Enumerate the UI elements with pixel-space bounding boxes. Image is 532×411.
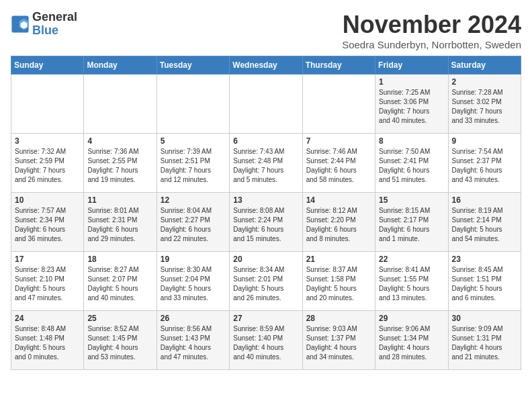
day-number: 12 (161, 195, 226, 205)
calendar-table: SundayMondayTuesdayWednesdayThursdayFrid… (11, 56, 521, 370)
day-info: Sunrise: 7:50 AM Sunset: 2:41 PM Dayligh… (379, 147, 444, 185)
day-number: 22 (379, 255, 444, 264)
month-title: November 2024 (342, 11, 521, 39)
calendar-cell: 12Sunrise: 8:04 AM Sunset: 2:27 PM Dayli… (157, 193, 229, 252)
day-info: Sunrise: 8:37 AM Sunset: 1:58 PM Dayligh… (306, 265, 371, 303)
day-number: 16 (452, 195, 517, 205)
day-info: Sunrise: 8:34 AM Sunset: 2:01 PM Dayligh… (233, 265, 298, 303)
calendar-cell: 19Sunrise: 8:30 AM Sunset: 2:04 PM Dayli… (157, 252, 229, 311)
calendar-cell: 5Sunrise: 7:39 AM Sunset: 2:51 PM Daylig… (157, 134, 229, 193)
calendar-cell: 28Sunrise: 9:03 AM Sunset: 1:37 PM Dayli… (302, 311, 375, 370)
calendar-cell: 7Sunrise: 7:46 AM Sunset: 2:44 PM Daylig… (302, 134, 375, 193)
calendar-cell: 14Sunrise: 8:12 AM Sunset: 2:20 PM Dayli… (302, 193, 375, 252)
day-info: Sunrise: 9:09 AM Sunset: 1:31 PM Dayligh… (452, 324, 517, 362)
day-info: Sunrise: 8:41 AM Sunset: 1:55 PM Dayligh… (379, 265, 444, 303)
day-info: Sunrise: 8:48 AM Sunset: 1:48 PM Dayligh… (15, 324, 80, 362)
day-number: 24 (15, 314, 80, 323)
calendar-cell (230, 75, 302, 134)
day-info: Sunrise: 8:23 AM Sunset: 2:10 PM Dayligh… (15, 265, 80, 303)
day-info: Sunrise: 8:12 AM Sunset: 2:20 PM Dayligh… (306, 206, 371, 244)
day-info: Sunrise: 8:30 AM Sunset: 2:04 PM Dayligh… (161, 265, 226, 303)
day-info: Sunrise: 8:01 AM Sunset: 2:31 PM Dayligh… (87, 206, 152, 244)
day-number: 19 (161, 255, 226, 264)
day-info: Sunrise: 8:19 AM Sunset: 2:14 PM Dayligh… (452, 206, 517, 244)
logo: General Blue (11, 11, 77, 38)
calendar-cell: 9Sunrise: 7:54 AM Sunset: 2:37 PM Daylig… (448, 134, 521, 193)
calendar-cell (84, 75, 157, 134)
day-number: 6 (233, 136, 298, 146)
logo-icon (11, 15, 30, 34)
calendar-cell: 6Sunrise: 7:43 AM Sunset: 2:48 PM Daylig… (230, 134, 302, 193)
day-number: 11 (87, 195, 152, 205)
title-block: November 2024 Soedra Sunderbyn, Norrbott… (342, 11, 521, 50)
weekday-header: Saturday (448, 56, 521, 75)
day-number: 18 (87, 255, 152, 264)
calendar-week-row: 10Sunrise: 7:57 AM Sunset: 2:34 PM Dayli… (11, 193, 521, 252)
logo-line1: General (32, 11, 77, 24)
calendar-cell: 17Sunrise: 8:23 AM Sunset: 2:10 PM Dayli… (11, 252, 84, 311)
day-info: Sunrise: 7:46 AM Sunset: 2:44 PM Dayligh… (306, 147, 371, 185)
weekday-header: Tuesday (157, 56, 229, 75)
logo-line2: Blue (32, 24, 77, 38)
day-number: 15 (379, 195, 444, 205)
day-number: 21 (306, 255, 371, 264)
day-info: Sunrise: 8:27 AM Sunset: 2:07 PM Dayligh… (87, 265, 152, 303)
day-info: Sunrise: 9:06 AM Sunset: 1:34 PM Dayligh… (379, 324, 444, 362)
calendar-cell: 1Sunrise: 7:25 AM Sunset: 3:06 PM Daylig… (375, 75, 448, 134)
calendar-cell: 18Sunrise: 8:27 AM Sunset: 2:07 PM Dayli… (84, 252, 157, 311)
day-number: 26 (161, 314, 226, 323)
calendar-cell: 27Sunrise: 8:59 AM Sunset: 1:40 PM Dayli… (230, 311, 302, 370)
day-number: 27 (233, 314, 298, 323)
calendar-cell: 20Sunrise: 8:34 AM Sunset: 2:01 PM Dayli… (230, 252, 302, 311)
calendar-cell: 21Sunrise: 8:37 AM Sunset: 1:58 PM Dayli… (302, 252, 375, 311)
day-number: 30 (452, 314, 517, 323)
day-info: Sunrise: 7:43 AM Sunset: 2:48 PM Dayligh… (233, 147, 298, 185)
day-info: Sunrise: 9:03 AM Sunset: 1:37 PM Dayligh… (306, 324, 371, 362)
weekday-header: Wednesday (230, 56, 302, 75)
day-number: 5 (161, 136, 226, 146)
day-info: Sunrise: 8:08 AM Sunset: 2:24 PM Dayligh… (233, 206, 298, 244)
weekday-header: Monday (84, 56, 157, 75)
calendar-cell: 10Sunrise: 7:57 AM Sunset: 2:34 PM Dayli… (11, 193, 84, 252)
day-info: Sunrise: 8:45 AM Sunset: 1:51 PM Dayligh… (452, 265, 517, 303)
calendar-cell (302, 75, 375, 134)
calendar-body: 1Sunrise: 7:25 AM Sunset: 3:06 PM Daylig… (11, 75, 521, 370)
calendar-cell: 15Sunrise: 8:15 AM Sunset: 2:17 PM Dayli… (375, 193, 448, 252)
day-info: Sunrise: 7:28 AM Sunset: 3:02 PM Dayligh… (452, 88, 517, 126)
weekday-header: Friday (375, 56, 448, 75)
day-number: 8 (379, 136, 444, 146)
day-info: Sunrise: 7:36 AM Sunset: 2:55 PM Dayligh… (87, 147, 152, 185)
day-info: Sunrise: 8:04 AM Sunset: 2:27 PM Dayligh… (161, 206, 226, 244)
day-number: 3 (15, 136, 80, 146)
subtitle: Soedra Sunderbyn, Norrbotten, Sweden (342, 39, 521, 50)
day-number: 29 (379, 314, 444, 323)
calendar-cell: 11Sunrise: 8:01 AM Sunset: 2:31 PM Dayli… (84, 193, 157, 252)
calendar-cell: 23Sunrise: 8:45 AM Sunset: 1:51 PM Dayli… (448, 252, 521, 311)
calendar-week-row: 3Sunrise: 7:32 AM Sunset: 2:59 PM Daylig… (11, 134, 521, 193)
day-number: 23 (452, 255, 517, 264)
calendar-cell: 30Sunrise: 9:09 AM Sunset: 1:31 PM Dayli… (448, 311, 521, 370)
day-number: 28 (306, 314, 371, 323)
page-header: General Blue November 2024 Soedra Sunder… (11, 11, 521, 50)
day-number: 1 (379, 77, 444, 87)
day-info: Sunrise: 7:39 AM Sunset: 2:51 PM Dayligh… (161, 147, 226, 185)
day-number: 25 (87, 314, 152, 323)
weekday-header: Thursday (302, 56, 375, 75)
calendar-cell (11, 75, 84, 134)
calendar-cell: 13Sunrise: 8:08 AM Sunset: 2:24 PM Dayli… (230, 193, 302, 252)
day-number: 14 (306, 195, 371, 205)
day-info: Sunrise: 7:54 AM Sunset: 2:37 PM Dayligh… (452, 147, 517, 185)
calendar-cell (157, 75, 229, 134)
day-info: Sunrise: 8:52 AM Sunset: 1:45 PM Dayligh… (87, 324, 152, 362)
day-info: Sunrise: 8:15 AM Sunset: 2:17 PM Dayligh… (379, 206, 444, 244)
day-number: 10 (15, 195, 80, 205)
calendar-cell: 3Sunrise: 7:32 AM Sunset: 2:59 PM Daylig… (11, 134, 84, 193)
calendar-cell: 8Sunrise: 7:50 AM Sunset: 2:41 PM Daylig… (375, 134, 448, 193)
calendar-header-row: SundayMondayTuesdayWednesdayThursdayFrid… (11, 56, 521, 75)
weekday-header: Sunday (11, 56, 84, 75)
day-number: 2 (452, 77, 517, 87)
calendar-week-row: 17Sunrise: 8:23 AM Sunset: 2:10 PM Dayli… (11, 252, 521, 311)
day-info: Sunrise: 7:25 AM Sunset: 3:06 PM Dayligh… (379, 88, 444, 126)
day-info: Sunrise: 8:59 AM Sunset: 1:40 PM Dayligh… (233, 324, 298, 362)
calendar-cell: 26Sunrise: 8:56 AM Sunset: 1:43 PM Dayli… (157, 311, 229, 370)
